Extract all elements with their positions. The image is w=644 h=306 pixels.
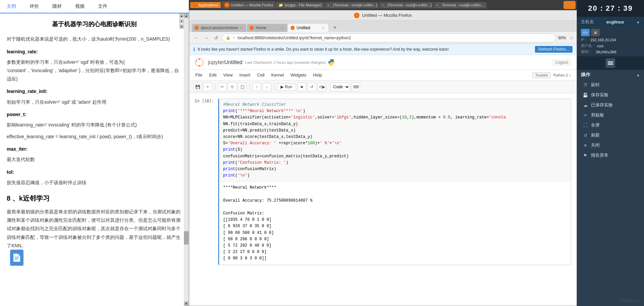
taskbar-terminal2[interactable]: >_ [Terminal - root@i-ru96n...] — [379, 2, 433, 8]
close-untitled[interactable]: × — [322, 26, 324, 30]
code-line-2: print('****Neural Network**** \n') — [223, 108, 567, 114]
keyboard-shortcuts-btn[interactable]: ⌨ — [351, 83, 360, 91]
move-down-btn[interactable]: ↓ — [262, 83, 271, 91]
untitled-tab-icon — [291, 26, 295, 30]
scroll-fit-btn[interactable]: ⊡ — [179, 24, 184, 29]
refresh-firefox-button[interactable]: Refresh Firefox... — [535, 46, 573, 53]
operations-header: 操作 ▲ — [581, 72, 640, 78]
browser-tab-untitled[interactable]: Untitled × — [288, 24, 328, 32]
back-button[interactable]: ← — [192, 34, 200, 42]
nav-material[interactable]: 随材 — [46, 0, 68, 13]
menu-help[interactable]: Help — [312, 71, 323, 79]
python-logo — [328, 59, 335, 66]
forward-button[interactable]: → — [202, 34, 210, 42]
run-cell-button[interactable]: ▶ Run — [277, 83, 296, 91]
taskbar-terminal3-label: Terminal - root@i-ru96n... — [442, 3, 484, 7]
menu-cell[interactable]: Cell — [256, 71, 265, 79]
toolbar-sep-3 — [274, 83, 274, 91]
action-report-label: 报告异常 — [591, 152, 608, 158]
doc-para-pt2: effective_learning_rate = learning_rate_… — [7, 133, 182, 141]
notebook-body: In [18]: #Neural Network Classifier prin… — [189, 93, 577, 306]
taskbar-terminal3[interactable]: >_ Terminal - root@i-ru96n... — [434, 2, 487, 8]
jupyter-notebook: jupyter Untitled Last Checkpoint: 2 hour… — [189, 55, 577, 306]
action-fullscreen[interactable]: ⛶ 全屏 — [581, 120, 640, 130]
action-saved-exp[interactable]: ☁ 已保存实验 — [581, 100, 640, 110]
top-navigation: 文档 评价 随材 视频 文件 — [0, 0, 189, 13]
lock-icon: 🔒 — [226, 36, 231, 40]
jupyter-header: jupyter Untitled Last Checkpoint: 2 hour… — [189, 55, 577, 70]
home-tab-icon — [250, 26, 254, 30]
save-btn[interactable]: 💾 — [193, 83, 202, 91]
doc-term-tol: tol: — [7, 168, 182, 176]
nav-video[interactable]: 视频 — [68, 0, 91, 13]
ip-value: 192.168.20.234 — [590, 38, 616, 42]
cell-left-area: In [18]: — [195, 99, 215, 265]
move-up-btn[interactable]: ↑ — [252, 83, 261, 91]
restart-btn[interactable]: ↺ — [307, 83, 316, 91]
notebook-name: Untitled — [224, 59, 242, 65]
add-cell-btn[interactable]: + — [203, 83, 212, 91]
action-clipboard[interactable]: ✂ 剪贴板 — [581, 110, 640, 120]
taskbar-terminal2-label: [Terminal - root@i-ru96n...] — [388, 3, 432, 7]
menu-file[interactable]: File — [195, 71, 203, 79]
output-line-4 — [223, 204, 567, 210]
cell-label: In [18]: — [195, 99, 214, 103]
menu-kernel[interactable]: Kernel — [270, 71, 285, 79]
action-save-exp[interactable]: 💾 保存实验 — [581, 90, 640, 100]
operations-chevron[interactable]: ▲ — [636, 73, 640, 77]
cut-btn[interactable]: ✂ — [218, 83, 227, 91]
nav-eval[interactable]: 评价 — [23, 0, 46, 13]
copy-btn[interactable]: ⎘ — [228, 83, 237, 91]
action-close[interactable]: ✕ 关闭 — [581, 140, 640, 150]
scrollbar-down[interactable]: ▼ — [184, 301, 189, 306]
code-area[interactable]: #Neural Network Classifier print('****Ne… — [219, 99, 571, 182]
close-sessionrestore[interactable]: × — [240, 26, 242, 30]
browser-tab-home[interactable]: Home × — [247, 24, 287, 32]
taskbar-terminal1[interactable]: >_ [Terminal - root@i-ru96n...] — [325, 2, 379, 8]
cell-type-select[interactable]: Code — [330, 83, 350, 91]
taskbar-filemanager[interactable]: 📁 [ecgpy - File Manager] — [276, 2, 324, 8]
restart-run-btn[interactable]: ↺▶ — [317, 83, 326, 91]
scrollbar-track — [184, 18, 189, 301]
action-refresh[interactable]: ↺ 刷新 — [581, 130, 640, 140]
new-tab-button[interactable]: + — [330, 23, 340, 32]
scroll-middle-btn[interactable]: ≡ — [179, 19, 184, 23]
menu-insert[interactable]: Insert — [239, 71, 251, 79]
menu-widgets[interactable]: Widgets — [290, 71, 307, 79]
taskbar-applications[interactable]: Applications — [190, 2, 221, 8]
doc-term-pt: power_t: — [7, 110, 182, 119]
action-delay[interactable]: ⏱ 延时 — [581, 80, 640, 90]
address-bar[interactable]: 🔒 ⚬ localhost:8888/notebooks/Untitled.ip… — [222, 34, 556, 42]
code-cell: In [18]: #Neural Network Classifier prin… — [195, 99, 571, 265]
browser-tab-sessionrestore[interactable]: about:sessionrestore × — [192, 24, 246, 32]
hostname-value: ecglinux — [606, 19, 624, 24]
doc-para-knn: 最简单最初级的分类器是将全部的训练数据所对应的类别都记录下来，当测试对象的属性和… — [7, 208, 182, 250]
taskbar-applications-label: Applications — [198, 3, 218, 7]
interrupt-btn[interactable]: ■ — [297, 83, 306, 91]
paste-btn[interactable]: 📋 — [238, 83, 247, 91]
action-report[interactable]: ⚑ 报告异常 — [581, 150, 640, 160]
menu-view[interactable]: View — [222, 71, 233, 79]
logout-button[interactable]: Logout — [552, 59, 571, 66]
hamburger-menu[interactable] — [606, 58, 615, 68]
taskbar-firefox[interactable]: Untitled — Mozilla Firefox — [221, 1, 275, 9]
taskbar-firefox-label: Untitled — Mozilla Firefox — [231, 3, 273, 7]
menu-edit[interactable]: Edit — [208, 71, 217, 79]
terminal1-icon: >_ — [328, 3, 332, 7]
scroll-up-btn[interactable]: ▲ — [179, 13, 184, 18]
reload-button[interactable]: ↺ — [212, 34, 220, 42]
code-line-9: confusionMatrix=confusion_matrix(testDat… — [223, 153, 567, 160]
trusted-badge: Trusted — [532, 72, 551, 78]
hostname-chevron[interactable]: ▲ — [636, 20, 640, 24]
bookmark-star[interactable]: ☆ — [569, 35, 574, 41]
nav-doc[interactable]: 文档 — [0, 0, 23, 13]
action-save-label: 保存实验 — [591, 92, 608, 98]
scrollbar-up[interactable]: ▲ — [184, 13, 189, 18]
nav-file[interactable]: 文件 — [91, 0, 114, 13]
scrollbar-thumb[interactable] — [184, 231, 189, 245]
watermark-text: CSDN @小白 — [620, 299, 640, 303]
code-line-10: print('Confusion Matrix: ') — [223, 160, 567, 166]
checkpoint-info: Last Checkpoint: 2 hours ago (unsaved ch… — [245, 60, 326, 64]
run-label: Run — [285, 85, 292, 89]
close-home[interactable]: × — [281, 26, 283, 30]
